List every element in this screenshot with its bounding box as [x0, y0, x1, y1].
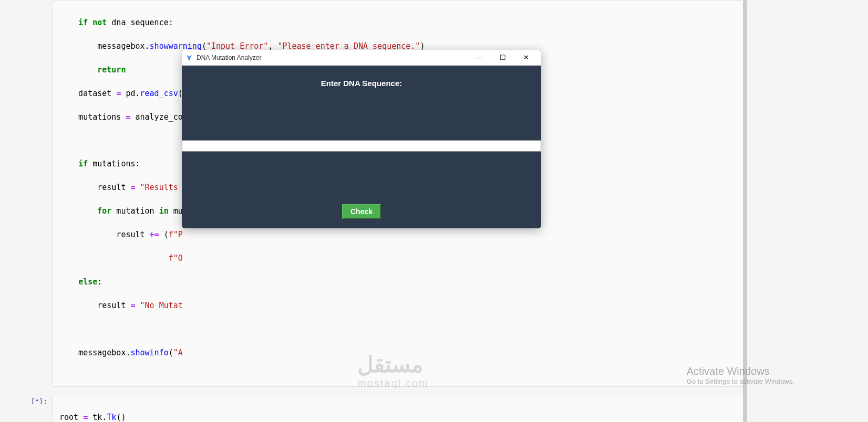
dna-sequence-label: Enter DNA Sequence:: [321, 79, 402, 88]
vertical-scrollbar[interactable]: [743, 0, 747, 422]
check-button[interactable]: Check: [342, 204, 381, 219]
window-controls: — ☐ ✕: [467, 50, 538, 66]
cell-prompt-1: [26, 0, 53, 387]
code-cell-2: [*]: root = tk.Tk() root.title("DNA Muta…: [26, 395, 868, 422]
dna-analyzer-window: DNA Mutation Analyzer — ☐ ✕ Enter DNA Se…: [182, 50, 541, 228]
maximize-button[interactable]: ☐: [491, 50, 514, 66]
code-content-2[interactable]: root = tk.Tk() root.title("DNA Mutation …: [53, 395, 746, 422]
cell-prompt-2: [*]:: [26, 395, 53, 422]
dna-sequence-input[interactable]: [182, 140, 541, 152]
app-body: Enter DNA Sequence: Check: [182, 66, 541, 228]
minimize-button[interactable]: —: [467, 50, 491, 66]
tkinter-icon: [185, 54, 193, 62]
close-button[interactable]: ✕: [514, 50, 538, 66]
scrollbar-thumb[interactable]: [743, 0, 747, 422]
window-title: DNA Mutation Analyzer: [197, 54, 467, 61]
window-titlebar[interactable]: DNA Mutation Analyzer — ☐ ✕: [182, 50, 541, 66]
